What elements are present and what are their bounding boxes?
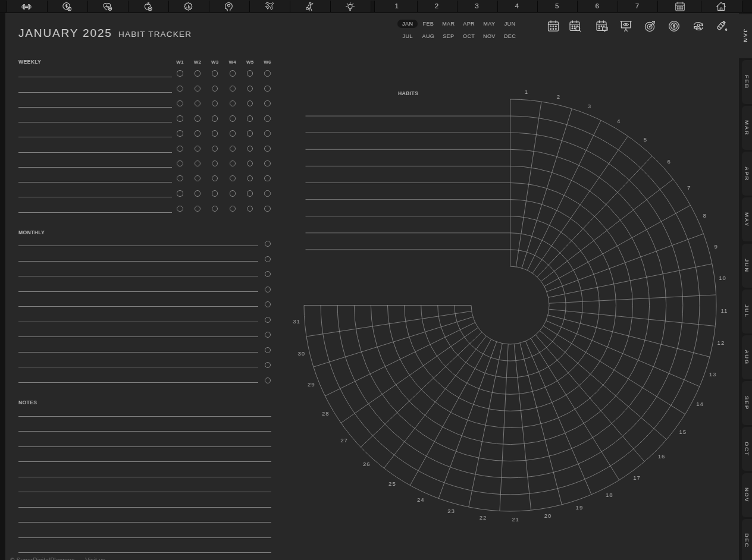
svg-text:30: 30: [298, 350, 306, 357]
svg-text:23: 23: [447, 508, 455, 514]
svg-text:1: 1: [525, 89, 528, 95]
svg-text:5: 5: [644, 136, 647, 143]
svg-text:8: 8: [703, 212, 706, 219]
svg-text:14: 14: [696, 401, 704, 407]
svg-text:26: 26: [363, 461, 371, 467]
svg-text:13: 13: [709, 371, 717, 377]
svg-text:18: 18: [606, 492, 613, 498]
svg-text:9: 9: [714, 243, 717, 250]
svg-text:17: 17: [633, 474, 641, 481]
svg-text:2: 2: [557, 93, 560, 100]
svg-text:11: 11: [720, 307, 728, 314]
svg-text:27: 27: [340, 437, 348, 443]
svg-text:15: 15: [679, 429, 687, 435]
svg-text:10: 10: [719, 275, 726, 281]
svg-text:19: 19: [576, 504, 584, 511]
svg-text:3: 3: [588, 103, 591, 109]
svg-text:4: 4: [617, 118, 621, 124]
svg-text:12: 12: [717, 339, 725, 346]
svg-text:25: 25: [388, 480, 396, 487]
svg-text:6: 6: [667, 158, 670, 165]
svg-text:21: 21: [512, 516, 519, 523]
svg-text:7: 7: [687, 184, 691, 191]
svg-text:28: 28: [322, 410, 330, 417]
svg-text:31: 31: [293, 318, 300, 325]
svg-text:20: 20: [544, 512, 552, 519]
svg-text:16: 16: [658, 453, 666, 460]
svg-text:24: 24: [417, 496, 425, 503]
svg-text:29: 29: [308, 381, 315, 388]
svg-text:22: 22: [480, 514, 487, 521]
